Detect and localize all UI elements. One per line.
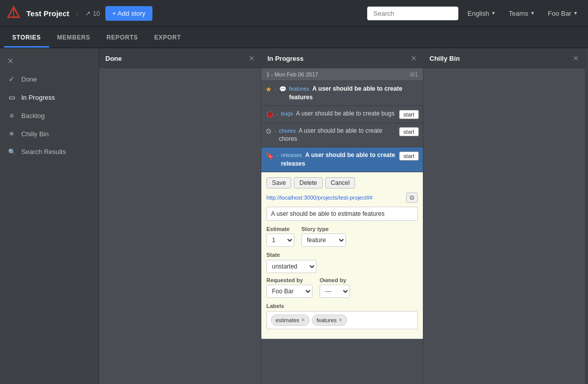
user-dropdown[interactable]: Foo Bar ▼ [544,10,582,17]
story-card-releases[interactable]: 🔖 - releases A user should be able to cr… [261,147,423,172]
snowflake-icon: ✳ [7,130,16,138]
copy-link-button[interactable]: ⧉ [406,193,418,203]
column-chilly-bin-header: Chilly Bin ✕ [423,48,585,68]
state-section: State unstarted started finished deliver… [266,251,418,273]
tab-stories[interactable]: STORIES [4,29,49,48]
column-chilly-bin-body [423,68,585,384]
trend-icon: ↗ [85,10,91,17]
sidebar-close-button[interactable]: ✕ [0,52,99,70]
story-type-features: features [289,86,309,92]
owned-by-label: Owned by [320,277,350,283]
bookmark-icon: 🔖 [265,151,274,160]
bug-icon: 🐞 [265,110,274,118]
sidebar-label-search-results: Search Results [21,148,66,156]
language-dropdown[interactable]: English ▼ [463,10,500,17]
start-button-releases[interactable]: start [399,151,419,161]
sidebar-item-done[interactable]: ✓ Done [0,70,99,88]
trend-badge: ↗ 10 [85,10,100,17]
start-button-chores[interactable]: start [399,127,419,136]
main-content: ✕ ✓ Done ▭ In Progress ≡ Backlog ✳ Chill… [0,48,588,384]
language-label: English [467,10,489,17]
requested-owned-row: Requested by Foo Bar Owned by --- [266,277,418,298]
save-button[interactable]: Save [266,177,291,188]
collapse-chores[interactable]: - [275,128,277,134]
story-link[interactable]: http://localhost:3000/projects/test-proj… [266,195,404,201]
tab-export[interactable]: EXPORT [146,29,189,48]
trend-count: 10 [93,10,100,17]
sidebar-item-chilly-bin[interactable]: ✳ Chilly Bin [0,125,99,143]
estimate-type-row: Estimate 1 0 2 3 5 8 Story type [266,226,418,247]
estimate-label: Estimate [266,226,294,232]
column-in-progress: In Progress ✕ 1 - Mon Feb 06 2017 0/1 ★ … [261,48,423,384]
requested-by-select[interactable]: Foo Bar [266,285,312,298]
rectangle-icon: ▭ [7,93,16,101]
sidebar-item-search-results[interactable]: 🔍 Search Results [0,143,99,161]
collapse-features[interactable]: - [275,86,277,92]
story-type-select[interactable]: feature bug chore release [301,234,346,247]
story-text-bugs: bugs A user should be able to create bug… [281,109,397,118]
sprint-header: 1 - Mon Feb 06 2017 0/1 [261,68,423,81]
column-chilly-bin-close[interactable]: ✕ [573,54,579,62]
app-header: Test Project | ↗ 10 + Add story English … [0,0,588,27]
story-type-field: Story type feature bug chore release [301,226,346,247]
sidebar-item-backlog[interactable]: ≡ Backlog [0,106,99,125]
column-in-progress-header: In Progress ✕ [261,48,423,68]
story-type-bugs: bugs [281,110,293,117]
label-tag-estimates: estimates ✕ [271,315,309,326]
cancel-button[interactable]: Cancel [325,177,355,188]
tab-reports[interactable]: REPORTS [98,29,146,48]
story-card-features[interactable]: ★ - 💬 features A user should be able to … [261,81,423,106]
header-divider: | [76,10,78,17]
teams-label: Teams [509,10,528,17]
state-label: State [266,252,280,258]
edit-actions: Save Delete Cancel [266,177,418,188]
story-card-bugs[interactable]: 🐞 - bugs A user should be able to create… [261,106,423,123]
owned-by-select[interactable]: --- [320,285,350,298]
label-features-remove[interactable]: ✕ [338,317,342,323]
estimate-field: Estimate 1 0 2 3 5 8 [266,226,294,247]
sidebar-label-chilly-bin: Chilly Bin [21,130,49,138]
start-button-bugs[interactable]: start [399,110,419,119]
user-caret: ▼ [573,11,578,16]
project-title: Test Project [26,9,69,18]
column-in-progress-close[interactable]: ✕ [411,54,417,62]
teams-dropdown[interactable]: Teams ▼ [505,10,539,17]
sidebar-label-done: Done [21,75,37,83]
tab-members[interactable]: MEMBERS [49,29,99,48]
column-done-title: Done [105,55,122,62]
sidebar: ✕ ✓ Done ▭ In Progress ≡ Backlog ✳ Chill… [0,48,99,384]
story-text-releases: releases A user should be able to create… [281,151,397,168]
column-done-body [99,68,261,384]
sidebar-item-in-progress[interactable]: ▭ In Progress [0,88,99,106]
sidebar-label-in-progress: In Progress [21,94,55,101]
sprint-count: 0/1 [410,71,418,78]
collapse-releases[interactable]: - [277,152,279,158]
add-story-button[interactable]: + Add story [105,6,152,21]
delete-button[interactable]: Delete [294,177,323,188]
teams-caret: ▼ [530,11,535,16]
nav-tabs: STORIES MEMBERS REPORTS EXPORT [0,27,588,48]
story-text-chores: chores A user should be able to create c… [279,127,397,144]
story-card-chores[interactable]: ⚙ - chores A user should be able to crea… [261,123,423,148]
sidebar-label-backlog: Backlog [21,112,45,120]
labels-label: Labels [266,303,284,309]
list-icon: ≡ [7,111,16,120]
search-input[interactable] [367,7,458,20]
column-done-close[interactable]: ✕ [249,54,255,62]
column-done: Done ✕ [99,48,261,384]
estimate-select[interactable]: 1 0 2 3 5 8 [266,234,294,247]
gear-icon: ⚙ [265,127,272,135]
collapse-bugs[interactable]: - [277,110,279,117]
requested-by-label: Requested by [266,277,312,283]
label-estimates-remove[interactable]: ✕ [301,317,305,323]
owned-by-field: Owned by --- [320,277,350,298]
label-tag-features: features ✕ [312,315,347,326]
state-select[interactable]: unstarted started finished delivered acc… [266,260,317,273]
user-label: Foo Bar [548,10,571,17]
labels-section: Labels estimates ✕ features ✕ [266,302,418,329]
story-title-input[interactable] [266,207,418,221]
logo [6,5,21,22]
labels-container: estimates ✕ features ✕ [266,311,418,329]
story-type-chores: chores [279,128,296,134]
column-in-progress-title: In Progress [267,55,304,62]
